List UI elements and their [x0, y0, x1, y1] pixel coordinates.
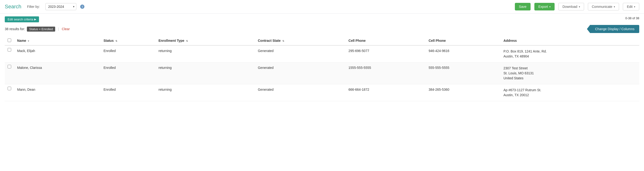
results-table: Name ▾ Status ⇅ Enrollment Type ⇅ Contra… [5, 36, 639, 101]
record-count: 0-38 of 38 [625, 16, 639, 20]
row-checkbox-cell [5, 84, 14, 101]
cell-enrollment_type-2: returning [156, 84, 255, 101]
cell-address-2: Ap #673-1127 Rutrum St.Austin, TX 20012 [500, 84, 639, 101]
table-row: Malone, ClarissaEnrolledreturningGenerat… [5, 62, 639, 84]
select-all-checkbox[interactable] [8, 38, 11, 42]
download-button[interactable]: Download ▾ [558, 3, 584, 10]
cell-contract_state-2: Generated [255, 84, 346, 101]
edit-label: Edit [627, 5, 632, 8]
export-label: Export [538, 5, 548, 8]
row-checkbox-cell [5, 62, 14, 84]
cell-contract_state-1: Generated [255, 62, 346, 84]
table-row: Mack, ElijahEnrolledreturningGenerated29… [5, 45, 639, 62]
cell-cell_phone_1-2: 666-664-1872 [346, 84, 426, 101]
col-address: Address [500, 36, 639, 45]
col-name[interactable]: Name ▾ [14, 36, 100, 45]
results-label: 38 results for: [5, 27, 25, 31]
row-checkbox-cell [5, 45, 14, 62]
table-header-row: Name ▾ Status ⇅ Enrollment Type ⇅ Contra… [5, 36, 639, 45]
row-checkbox-2[interactable] [8, 87, 11, 90]
info-icon[interactable]: i [80, 4, 84, 9]
cell-cell_phone_1-1: 1555-555-5555 [346, 62, 426, 84]
enrollment-sort-icon: ⇅ [186, 40, 188, 42]
table-container: Name ▾ Status ⇅ Enrollment Type ⇅ Contra… [0, 36, 644, 101]
cell-name-2: Mann, Dean [14, 84, 100, 101]
row-checkbox-1[interactable] [8, 65, 11, 68]
cell-address-0: P.O. Box 819, 1241 Ante, Rd.Austin, TX 4… [500, 45, 639, 62]
communicate-label: Communicate [592, 5, 612, 8]
edit-criteria-button[interactable]: Edit search criteria ▶ [5, 16, 39, 22]
cell-enrollment_type-1: returning [156, 62, 255, 84]
change-display-button[interactable]: Change Display / Columns [590, 25, 639, 33]
table-row: Mann, DeanEnrolledreturningGenerated666-… [5, 84, 639, 101]
cell-cell_phone_2-2: 384-265-5360 [426, 84, 500, 101]
export-button[interactable]: Export ▾ [534, 3, 554, 10]
edit-criteria-label: Edit search criteria [8, 17, 33, 21]
communicate-chevron-icon: ▾ [614, 5, 615, 8]
filter-select[interactable]: 2023-2024 2022-2023 2021-2022 [46, 3, 76, 10]
filter-bar: 38 results for: Status = Enrolled | Clea… [0, 22, 644, 36]
change-display-container: Change Display / Columns [587, 25, 639, 33]
header: Search Filter by: 2023-2024 2022-2023 20… [0, 0, 644, 13]
status-sort-icon: ⇅ [115, 40, 117, 42]
communicate-button[interactable]: Communicate ▾ [588, 3, 619, 10]
change-display-arrow-icon [587, 25, 590, 33]
edit-button[interactable]: Edit ▾ [623, 3, 639, 10]
save-button[interactable]: Save [515, 3, 530, 10]
cell-address-1: 2307 Test StreetSt. Louis, MO 63131Unite… [500, 62, 639, 84]
cell-cell_phone_2-1: 555-555-5555 [426, 62, 500, 84]
header-checkbox-cell [5, 36, 14, 45]
cell-status-1: Enrolled [100, 62, 156, 84]
clear-link[interactable]: Clear [62, 27, 70, 31]
download-label: Download [562, 5, 577, 8]
edit-chevron-icon: ▾ [634, 5, 635, 8]
contract-sort-icon: ⇅ [282, 40, 284, 42]
col-status[interactable]: Status ⇅ [100, 36, 156, 45]
subheader: Edit search criteria ▶ 0-38 of 38 [0, 13, 644, 22]
pipe-separator: | [58, 27, 59, 31]
export-chevron-icon: ▾ [549, 5, 550, 8]
cell-contract_state-0: Generated [255, 45, 346, 62]
filter-label: Filter by: [27, 5, 40, 8]
cell-status-2: Enrolled [100, 84, 156, 101]
edit-criteria-arrow-icon: ▶ [34, 18, 36, 21]
cell-cell_phone_2-0: 946-424-9616 [426, 45, 500, 62]
filter-bar-left: 38 results for: Status = Enrolled | Clea… [5, 27, 70, 32]
filter-select-wrapper[interactable]: 2023-2024 2022-2023 2021-2022 [46, 3, 76, 10]
cell-enrollment_type-0: returning [156, 45, 255, 62]
col-cell-phone-1: Cell Phone [346, 36, 426, 45]
name-sort-icon: ▾ [28, 40, 29, 42]
cell-name-0: Mack, Elijah [14, 45, 100, 62]
filter-tag: Status = Enrolled [27, 27, 55, 32]
download-chevron-icon: ▾ [579, 5, 580, 8]
col-contract-state[interactable]: Contract State ⇅ [255, 36, 346, 45]
cell-cell_phone_1-0: 295-696-5077 [346, 45, 426, 62]
page-title: Search [5, 3, 22, 10]
row-checkbox-0[interactable] [8, 48, 11, 51]
cell-name-1: Malone, Clarissa [14, 62, 100, 84]
col-cell-phone-2: Cell Phone [426, 36, 500, 45]
col-enrollment-type[interactable]: Enrollment Type ⇅ [156, 36, 255, 45]
cell-status-0: Enrolled [100, 45, 156, 62]
